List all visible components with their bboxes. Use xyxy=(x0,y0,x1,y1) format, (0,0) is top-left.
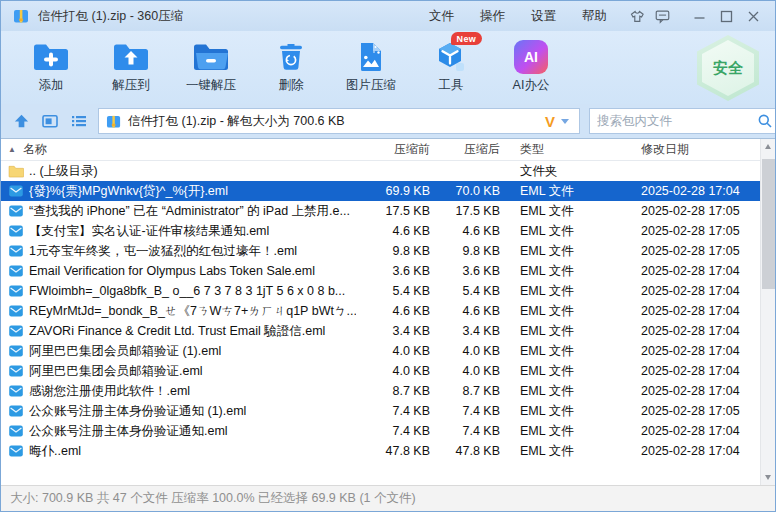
size-after: 5.4 KB xyxy=(438,284,508,298)
file-type: 文件夹 xyxy=(508,163,637,180)
column-header-type[interactable]: 类型 xyxy=(508,141,637,158)
ai-office-button[interactable]: AI AI办公 xyxy=(491,37,571,104)
file-row[interactable]: 晦仆..eml 47.8 KB 47.8 KB EML 文件 2025-02-2… xyxy=(1,441,775,461)
file-row[interactable]: {發}%{票}MPgWnkv{贷}^_%{开}.eml 69.9 KB 70.0… xyxy=(1,181,775,201)
eml-file-icon xyxy=(8,184,24,198)
file-name: 1元夺宝年终奖，屯一波猛烈的红包过壕年！.eml xyxy=(29,243,297,260)
preview-mode-button[interactable] xyxy=(40,112,60,130)
column-headers: ▲ 名称 压缩前 压缩后 类型 修改日期 xyxy=(1,139,775,161)
scroll-up-button[interactable] xyxy=(761,139,775,154)
minimize-button[interactable] xyxy=(686,5,713,27)
size-after: 7.4 KB xyxy=(438,404,508,418)
file-row[interactable]: Email Verification for Olympus Labs Toke… xyxy=(1,261,775,281)
file-type: EML 文件 xyxy=(508,383,637,400)
column-header-after[interactable]: 压缩后 xyxy=(438,141,508,158)
image-compress-button[interactable]: 图片压缩 xyxy=(331,37,411,104)
size-after: 9.8 KB xyxy=(438,244,508,258)
size-after: 70.0 KB xyxy=(438,184,508,198)
modified-date: 2025-02-28 17:05 xyxy=(637,224,760,238)
file-row[interactable]: 感谢您注册使用此软件！.eml 8.7 KB 8.7 KB EML 文件 202… xyxy=(1,381,775,401)
eml-file-icon xyxy=(8,424,24,438)
file-row[interactable]: 公众账号注册主体身份验证通知.eml 7.4 KB 7.4 KB EML 文件 … xyxy=(1,421,775,441)
file-row[interactable]: FWloimbh=_0lga8bfk_B_ o__6 7 3 7 8 3 1jT… xyxy=(1,281,775,301)
modified-date: 2025-02-28 17:05 xyxy=(637,244,760,258)
column-header-date[interactable]: 修改日期 xyxy=(637,141,760,158)
v-logo-icon: V xyxy=(545,113,555,130)
maximize-button[interactable] xyxy=(713,5,740,27)
search-icon[interactable] xyxy=(757,113,773,129)
file-name: 公众账号注册主体身份验证通知.eml xyxy=(29,423,228,440)
add-button[interactable]: 添加 xyxy=(11,37,91,104)
new-badge: New xyxy=(451,32,482,45)
tools-button[interactable]: New 工具 xyxy=(411,37,491,104)
file-row[interactable]: 阿里巴巴集团会员邮箱验证.eml 4.0 KB 4.0 KB EML 文件 20… xyxy=(1,361,775,381)
safe-shield-badge[interactable]: 安全 xyxy=(697,35,759,101)
one-key-extract-button[interactable]: 一键解压 xyxy=(171,37,251,104)
size-before: 8.7 KB xyxy=(356,384,438,398)
file-row[interactable]: 1元夺宝年终奖，屯一波猛烈的红包过壕年！.eml 9.8 KB 9.8 KB E… xyxy=(1,241,775,261)
skin-button[interactable] xyxy=(622,5,649,27)
file-type: EML 文件 xyxy=(508,243,637,260)
size-after: 4.6 KB xyxy=(438,304,508,318)
file-row[interactable]: 阿里巴巴集团会员邮箱验证 (1).eml 4.0 KB 4.0 KB EML 文… xyxy=(1,341,775,361)
file-name: ZAVORi Finance & Credit Ltd. Trust Email… xyxy=(29,323,325,340)
minimize-icon xyxy=(692,9,707,24)
search-box[interactable] xyxy=(589,108,776,134)
size-after: 8.7 KB xyxy=(438,384,508,398)
file-row[interactable]: .. (上级目录) 文件夹 xyxy=(1,161,775,181)
feedback-button[interactable] xyxy=(649,5,676,27)
eml-file-icon xyxy=(8,224,24,238)
archive-path-combobox[interactable]: 信件打包 (1).zip - 解包大小为 700.6 KB V xyxy=(98,108,580,134)
scroll-down-button[interactable] xyxy=(761,470,775,485)
app-zip-icon xyxy=(13,8,30,24)
modified-date: 2025-02-28 17:05 xyxy=(637,204,760,218)
size-before: 7.4 KB xyxy=(356,404,438,418)
archive-path-text: 信件打包 (1).zip - 解包大小为 700.6 KB xyxy=(128,113,536,130)
maximize-icon xyxy=(719,9,734,24)
search-input[interactable] xyxy=(597,114,757,128)
close-icon xyxy=(746,9,761,24)
file-name: FWloimbh=_0lga8bfk_B_ o__6 7 3 7 8 3 1jT… xyxy=(29,284,345,298)
file-row[interactable]: 公众账号注册主体身份验证通知 (1).eml 7.4 KB 7.4 KB EML… xyxy=(1,401,775,421)
file-row[interactable]: REyMrMtJd=_bondk_B_ㄝ《7ㄋWㄘ7+ㄌㄏㄐq1P bWtㄅ..… xyxy=(1,301,775,321)
list-icon xyxy=(70,113,88,129)
path-dropdown-button[interactable]: V xyxy=(542,113,572,130)
file-name: 阿里巴巴集团会员邮箱验证.eml xyxy=(29,363,203,380)
add-label: 添加 xyxy=(11,77,91,94)
size-before: 4.0 KB xyxy=(356,364,438,378)
size-after: 4.0 KB xyxy=(438,344,508,358)
list-mode-button[interactable] xyxy=(69,112,89,130)
up-directory-button[interactable] xyxy=(11,112,31,130)
file-type: EML 文件 xyxy=(508,223,637,240)
close-button[interactable] xyxy=(740,5,767,27)
modified-date: 2025-02-28 17:04 xyxy=(637,424,760,438)
eml-file-icon xyxy=(8,304,24,318)
menu-settings[interactable]: 设置 xyxy=(518,4,569,29)
toolbar: 添加 解压到 一键解压 xyxy=(1,31,775,104)
file-type: EML 文件 xyxy=(508,263,637,280)
vertical-scrollbar[interactable] xyxy=(760,139,775,485)
titlebar: 信件打包 (1).zip - 360压缩 文件 操作 设置 帮助 xyxy=(1,1,775,31)
column-header-name[interactable]: ▲ 名称 xyxy=(1,141,356,158)
file-row[interactable]: “查找我的 iPhone” 已在 “Administrator” 的 iPad … xyxy=(1,201,775,221)
menu-file[interactable]: 文件 xyxy=(416,4,467,29)
file-row[interactable]: ZAVORi Finance & Credit Ltd. Trust Email… xyxy=(1,321,775,341)
titlebar-buttons xyxy=(622,5,767,27)
eml-file-icon xyxy=(8,404,24,418)
file-type: EML 文件 xyxy=(508,423,637,440)
size-before: 4.6 KB xyxy=(356,224,438,238)
file-row[interactable]: 【支付宝】实名认证-证件审核结果通知.eml 4.6 KB 4.6 KB EML… xyxy=(1,221,775,241)
modified-date: 2025-02-28 17:04 xyxy=(637,344,760,358)
menu-help[interactable]: 帮助 xyxy=(569,4,620,29)
column-header-before[interactable]: 压缩前 xyxy=(356,141,438,158)
eml-file-icon xyxy=(8,284,24,298)
file-name: REyMrMtJd=_bondk_B_ㄝ《7ㄋWㄘ7+ㄌㄏㄐq1P bWtㄅ..… xyxy=(29,303,356,320)
extract-to-button[interactable]: 解压到 xyxy=(91,37,171,104)
feedback-icon xyxy=(654,8,671,24)
menu-action[interactable]: 操作 xyxy=(467,4,518,29)
delete-button[interactable]: 删除 xyxy=(251,37,331,104)
scrollbar-thumb[interactable] xyxy=(762,159,775,289)
size-before: 47.8 KB xyxy=(356,444,438,458)
file-type: EML 文件 xyxy=(508,403,637,420)
file-name: {發}%{票}MPgWnkv{贷}^_%{开}.eml xyxy=(29,183,228,200)
